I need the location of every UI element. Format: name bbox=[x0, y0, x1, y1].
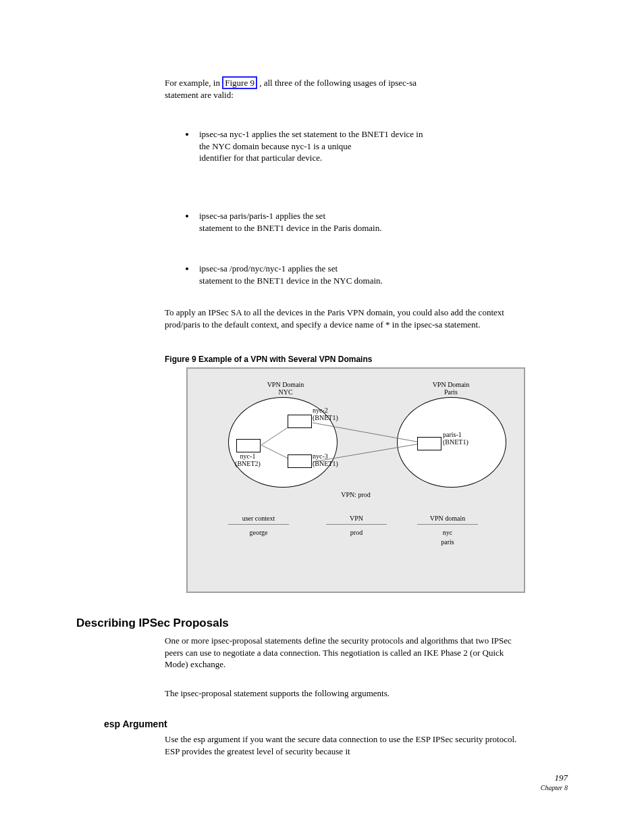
node-nyc-1 bbox=[236, 439, 261, 452]
bullet-item-1: ipsec-sa nyc-1 applies the set statement… bbox=[199, 128, 513, 164]
col-cell-right-2: paris bbox=[417, 538, 478, 547]
bullet-2-code: ipsec-sa paris/paris-1 bbox=[199, 211, 273, 221]
para-after-bullets: To apply an IPSec SA to all the devices … bbox=[165, 307, 521, 330]
intro-code1: ipsec-sa bbox=[388, 78, 417, 88]
intro-post: , all three of the following usages of bbox=[259, 78, 388, 88]
section-para-1-pre: One or more bbox=[165, 635, 211, 646]
col-cell-mid-1: prod bbox=[326, 528, 387, 538]
bullet-item-3: ipsec-sa /prod/nyc/nyc-1 applies the set… bbox=[199, 263, 513, 286]
section-para-1-code: ipsec-proposal bbox=[211, 635, 263, 646]
section-para-2-code: ipsec-proposal bbox=[180, 688, 232, 698]
bullet-3-text-0: applies the set bbox=[288, 263, 338, 273]
bullet-icon bbox=[186, 215, 188, 217]
col-rule-right bbox=[417, 524, 478, 525]
section-para-2-post: statement supports the following argumen… bbox=[232, 688, 390, 698]
bullet-icon bbox=[186, 267, 188, 270]
bullet-1-code: ipsec-sa nyc-1 bbox=[199, 129, 250, 139]
figure-caption: Figure 9 Example of a VPN with Several V… bbox=[165, 354, 372, 365]
vpn-footer: VPN: prod bbox=[188, 491, 524, 498]
footer-chapter: Chapter 8 bbox=[541, 783, 568, 793]
bullet-1-text-1: the NYC domain because nyc-1 is a unique bbox=[199, 141, 352, 151]
section-para-2-pre: The bbox=[165, 688, 180, 698]
node-nyc-3 bbox=[288, 454, 312, 468]
edge-lines bbox=[188, 369, 524, 592]
node-label-nyc-1: nyc-1 (BNET2) bbox=[224, 452, 271, 467]
node-nyc-2 bbox=[288, 415, 312, 428]
arg-para-esp-code: esp bbox=[194, 734, 205, 744]
col-rule-mid bbox=[326, 524, 387, 525]
svg-line-2 bbox=[313, 423, 424, 443]
arg-para-esp: Use the esp argument if you want the sec… bbox=[165, 733, 521, 757]
node-paris-1 bbox=[417, 437, 441, 450]
figure-diagram: VPN Domain NYC VPN Domain Paris nyc-1 (B… bbox=[186, 367, 525, 593]
section-para-2: The ipsec-proposal statement supports th… bbox=[165, 687, 521, 700]
col-head-mid: VPN bbox=[326, 514, 387, 523]
section-heading: Describing IPSec Proposals bbox=[76, 616, 229, 631]
col-head-right: VPN domain bbox=[417, 514, 478, 523]
col-cell-left-1: george bbox=[228, 528, 289, 538]
col-head-left: user context bbox=[228, 514, 289, 523]
intro-pre: For example, in bbox=[165, 78, 222, 88]
bullet-3-code: ipsec-sa /prod/nyc/nyc-1 bbox=[199, 263, 286, 273]
bullet-3-text-1: statement to the BNET1 device in the NYC… bbox=[199, 276, 383, 286]
bullet-2-text-1: statement to the BNET1 device in the Par… bbox=[199, 223, 381, 233]
page: For example, in Figure 9 , all three of … bbox=[0, 0, 644, 834]
page-number: 197 bbox=[555, 772, 568, 784]
figure-ref-link[interactable]: Figure 9 bbox=[222, 76, 257, 89]
col-cell-right-1: nyc bbox=[417, 528, 478, 538]
bullet-1-text-0: applies the set statement to the BNET1 d… bbox=[252, 129, 423, 139]
section-para-1: One or more ipsec-proposal statements de… bbox=[165, 635, 521, 671]
col-rule-left bbox=[228, 524, 289, 525]
node-label-nyc-3: nyc-3 (BNET1) bbox=[313, 452, 360, 467]
node-label-nyc-2: nyc-2 (BNET1) bbox=[313, 407, 360, 421]
intro-line: For example, in Figure 9 , all three of … bbox=[165, 76, 521, 101]
arg-para-esp-mid: argument if you want the secure data con… bbox=[165, 734, 516, 756]
bullet-icon bbox=[186, 133, 188, 136]
bullet-2-text-0: applies the set bbox=[275, 211, 325, 221]
bullet-item-2: ipsec-sa paris/paris-1 applies the set s… bbox=[199, 210, 513, 234]
bullet-1-text-2: identifier for that particular device. bbox=[199, 153, 322, 163]
node-label-paris-1: paris-1 (BNET1) bbox=[443, 431, 490, 446]
intro-tail: statement are valid: bbox=[165, 90, 234, 100]
arg-para-esp-pre: Use the bbox=[165, 734, 194, 744]
arg-heading-esp: esp Argument bbox=[104, 718, 167, 731]
